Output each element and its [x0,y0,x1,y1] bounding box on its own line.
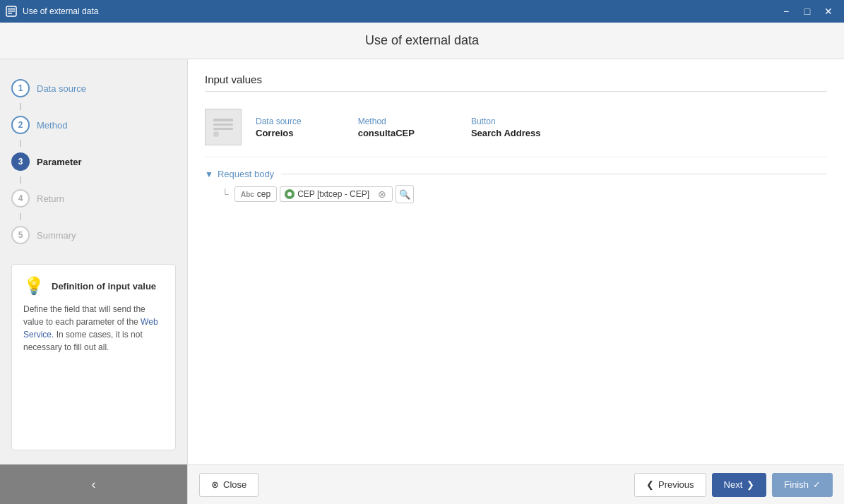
bottom-row: ‹ ⊗ Close ❮ Previous Next ❯ Finish ✓ [0,464,844,504]
content-footer: ⊗ Close ❮ Previous Next ❯ Finish ✓ [187,464,844,504]
ds-field-button: Button Search Address [471,116,541,138]
ds-label-method: Method [358,116,415,126]
svg-rect-1 [8,8,15,10]
ds-fields: Data source Correios Method consultaCEP … [256,116,540,138]
bulb-icon: 💡 [23,276,44,296]
datasource-icon [205,109,242,145]
info-box-header: 💡 Definition of input value [23,276,164,296]
param-pill: Abc cep [234,186,277,202]
circle-icon [285,189,295,199]
previous-button[interactable]: ❮ Previous [634,473,706,497]
param-value-text: CEP [txtcep - CEP] [297,189,369,199]
svg-rect-2 [8,11,15,12]
ds-field-datasource: Data source Correios [256,116,302,138]
clear-button[interactable]: ⊗ [378,189,386,199]
close-button[interactable]: ⊗ Close [199,473,258,497]
step-3-circle: 3 [11,152,30,171]
connector-1-2 [20,103,21,110]
data-source-card: Data source Correios Method consultaCEP … [205,100,827,157]
title-bar: Use of external data − □ ✕ [0,0,844,23]
tree-line-icon: └ [222,188,229,200]
value-pill[interactable]: CEP [txtcep - CEP] ⊗ [280,186,393,202]
rb-header: ▼ Request body [205,169,827,179]
section-title: Input values [205,73,827,92]
minimize-button[interactable]: − [776,3,796,20]
request-body-section: ▼ Request body └ Abc cep CEP [txtcep - C… [205,169,827,203]
step-5-label: Summary [37,230,76,241]
app-icon [6,6,17,17]
collapse-arrow-icon: ‹ [92,477,96,492]
step-1[interactable]: 1 Data source [11,73,176,103]
step-1-label: Data source [37,83,86,94]
step-2[interactable]: 2 Method [11,110,176,140]
content-panel: Input values Data source Correios [187,59,844,464]
close-icon: ⊗ [211,479,219,490]
svg-rect-4 [213,119,233,121]
close-window-button[interactable]: ✕ [819,3,838,20]
content-inner: Input values Data source Correios [188,59,844,464]
rb-toggle-icon[interactable]: ▼ [205,169,213,179]
next-button[interactable]: Next ❯ [712,473,767,497]
rb-title: Request body [218,169,274,179]
maximize-button[interactable]: □ [797,3,817,20]
finish-button[interactable]: Finish ✓ [772,473,833,497]
ds-value-button: Search Address [471,128,541,138]
connector-2-3 [20,140,21,147]
rb-divider [281,174,827,174]
step-5-circle: 5 [11,226,30,244]
step-5: 5 Summary [11,220,176,250]
ds-value-method: consultaCEP [358,128,415,138]
info-box-text: Define the field that will send the valu… [23,303,164,354]
page-title: Use of external data [365,33,479,48]
chevron-right-icon: ❯ [747,479,754,490]
ds-value-datasource: Correios [256,128,293,138]
search-button[interactable]: 🔍 [396,185,414,203]
search-icon: 🔍 [399,189,410,200]
info-box-title: Definition of input value [52,281,156,292]
step-4-label: Return [37,193,64,204]
abc-badge: Abc [241,191,254,198]
connector-4-5 [20,213,21,220]
svg-rect-6 [213,128,233,130]
info-box: 💡 Definition of input value Define the f… [11,264,176,450]
footer-right: ❮ Previous Next ❯ Finish ✓ [634,473,833,497]
sidebar-collapse-button[interactable]: ‹ [0,464,187,504]
checkmark-icon: ✓ [813,479,821,490]
steps-list: 1 Data source 2 Method 3 Parameter [11,73,176,250]
step-1-circle: 1 [11,79,30,97]
main-layout: 1 Data source 2 Method 3 Parameter [0,59,844,464]
svg-rect-5 [213,124,233,126]
footer-left: ⊗ Close [199,473,258,497]
title-bar-text: Use of external data [23,6,98,16]
connector-3-4 [20,176,21,184]
ds-field-method: Method consultaCEP [358,116,415,138]
step-4-circle: 4 [11,189,30,208]
svg-point-7 [213,131,219,137]
step-2-circle: 2 [11,116,30,134]
svg-rect-3 [8,13,12,14]
page-header: Use of external data [0,23,844,59]
step-4: 4 Return [11,184,176,213]
rb-row: └ Abc cep CEP [txtcep - CEP] ⊗ 🔍 [205,185,827,203]
chevron-left-icon: ❮ [646,479,654,490]
step-3[interactable]: 3 Parameter [11,147,176,176]
step-3-label: Parameter [37,157,82,167]
sidebar: 1 Data source 2 Method 3 Parameter [0,59,187,464]
step-2-label: Method [37,120,67,131]
window-controls: − □ ✕ [776,3,838,20]
param-name: cep [257,189,271,199]
ds-label-datasource: Data source [256,116,302,126]
ds-label-button: Button [471,116,541,126]
